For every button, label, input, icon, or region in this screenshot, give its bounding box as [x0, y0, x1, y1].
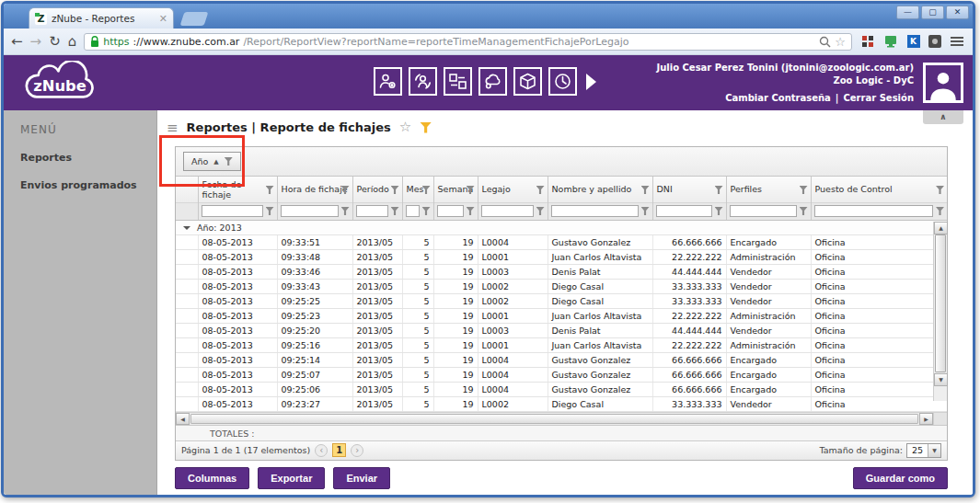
filter-input-mes[interactable] — [406, 205, 420, 217]
table-row[interactable]: 08-05-2013 09:25:23 2013/05 5 19 L0001 J… — [176, 308, 947, 323]
sidebar-item[interactable]: Reportes — [20, 152, 156, 164]
browser-tab[interactable]: Z zNube - Reportes ✕ — [29, 7, 174, 29]
table-row[interactable]: 08-05-2013 09:25:20 2013/05 5 19 L0003 D… — [176, 323, 947, 337]
page-size-select[interactable]: 25 ▼ — [906, 443, 941, 458]
collapse-chevron-icon[interactable] — [183, 226, 190, 230]
address-bar[interactable]: https://www.znube.com.ar/Report/ReportVi… — [84, 33, 852, 51]
scroll-left-icon[interactable]: ◀ — [176, 413, 190, 425]
extension-k-icon[interactable]: K — [905, 34, 921, 50]
filter-input-hora[interactable] — [281, 205, 339, 217]
current-page-button[interactable]: 1 — [332, 443, 346, 457]
col-header-semana[interactable]: Semana — [433, 177, 478, 202]
filter-input-periodo[interactable] — [356, 205, 388, 217]
extension-monitor-icon[interactable] — [882, 34, 898, 50]
filter-input-puesto[interactable] — [814, 205, 934, 217]
filter-apply-icon[interactable] — [536, 207, 545, 215]
group-chip-anio[interactable]: Año ▲ — [183, 152, 241, 171]
filter-input-legajo[interactable] — [481, 205, 534, 217]
save-as-button[interactable]: Guardar como — [853, 467, 948, 489]
data-exchange-icon[interactable] — [444, 67, 472, 96]
column-filter-icon[interactable] — [800, 186, 808, 194]
favorite-star-icon[interactable]: ☆ — [399, 120, 411, 134]
scroll-up-icon[interactable]: ▲ — [934, 222, 948, 234]
reload-button[interactable]: ↻ — [49, 35, 61, 49]
column-filter-icon[interactable] — [715, 186, 723, 194]
column-filter-icon[interactable] — [536, 186, 545, 194]
col-header-puesto[interactable]: Puesto de Control — [811, 177, 947, 202]
table-row[interactable]: 08-05-2013 09:33:43 2013/05 5 19 L0002 D… — [176, 279, 947, 293]
tab-close-icon[interactable]: ✕ — [159, 14, 167, 24]
scroll-right-icon[interactable]: ▶ — [919, 413, 933, 425]
browser-menu-icon[interactable] — [949, 35, 965, 48]
col-header-legajo[interactable]: Legajo — [478, 177, 548, 202]
clock-icon[interactable] — [548, 67, 577, 96]
col-header-dni[interactable]: DNI — [652, 177, 726, 202]
columns-button[interactable]: Columnas — [175, 467, 249, 489]
table-row[interactable]: 08-05-2013 09:25:16 2013/05 5 19 L0001 J… — [176, 337, 947, 352]
export-button[interactable]: Exportar — [258, 467, 325, 489]
user-avatar[interactable] — [923, 63, 963, 103]
filter-apply-icon[interactable] — [266, 207, 274, 215]
column-filter-icon[interactable] — [936, 186, 944, 194]
prev-page-icon[interactable]: ‹ — [315, 444, 328, 457]
panel-menu-icon[interactable]: ≡ — [167, 120, 179, 136]
col-header-mes[interactable]: Mes — [402, 177, 433, 202]
cloud-settings-icon[interactable] — [478, 67, 507, 96]
col-header-perfiles[interactable]: Perfiles — [726, 177, 811, 202]
col-header-periodo[interactable]: Período — [352, 177, 402, 202]
col-header-hora[interactable]: Hora de fichaje — [277, 177, 352, 202]
filter-apply-icon[interactable] — [715, 207, 723, 215]
filter-apply-icon[interactable] — [800, 207, 808, 215]
filter-apply-icon[interactable] — [467, 207, 475, 215]
group-row-anio-2013[interactable]: Año: 2013 — [176, 221, 947, 235]
table-row[interactable]: 08-05-2013 09:25:06 2013/05 5 19 L0004 G… — [176, 382, 947, 396]
zoom-search-icon[interactable] — [819, 36, 831, 48]
user-sync-icon[interactable] — [409, 67, 437, 96]
icons-expand-arrow-icon[interactable] — [586, 74, 596, 90]
col-header-fecha[interactable]: Fecha de fichaje — [198, 177, 277, 202]
table-row[interactable]: 08-05-2013 09:25:07 2013/05 5 19 L0004 G… — [176, 367, 947, 382]
change-password-link[interactable]: Cambiar Contraseña — [725, 93, 831, 103]
header-collapse-tab[interactable]: ∧ — [923, 110, 963, 124]
filter-input-fecha[interactable] — [202, 205, 263, 217]
send-button[interactable]: Enviar — [333, 467, 390, 489]
filter-input-perfiles[interactable] — [730, 205, 797, 217]
extension-bricks-icon[interactable] — [859, 34, 875, 50]
maximize-button[interactable]: ▢ — [921, 6, 944, 19]
home-button[interactable]: ⌂ — [68, 35, 77, 49]
column-filter-icon[interactable] — [641, 186, 650, 194]
report-filter-icon[interactable] — [420, 122, 432, 133]
table-row[interactable]: 08-05-2013 09:23:27 2013/05 5 19 L0002 D… — [176, 396, 947, 411]
next-page-icon[interactable]: › — [351, 444, 363, 457]
filter-apply-icon[interactable] — [391, 207, 399, 215]
table-row[interactable]: 08-05-2013 09:33:48 2013/05 5 19 L0001 J… — [176, 249, 947, 264]
table-row[interactable]: 08-05-2013 09:33:51 2013/05 5 19 L0004 G… — [176, 234, 947, 249]
column-filter-icon[interactable] — [391, 186, 399, 194]
minimize-button[interactable]: — — [896, 6, 919, 19]
horizontal-scroll-thumb[interactable] — [190, 414, 918, 424]
filter-apply-icon[interactable] — [936, 207, 944, 215]
col-header-nombre[interactable]: Nombre y apellido — [548, 177, 652, 202]
package-icon[interactable] — [513, 67, 542, 96]
filter-apply-icon[interactable] — [341, 207, 350, 215]
filter-apply-icon[interactable] — [641, 207, 650, 215]
filter-input-nombre[interactable] — [551, 205, 639, 217]
filter-input-dni[interactable] — [656, 205, 712, 217]
vertical-scroll-thumb[interactable] — [935, 234, 946, 372]
table-row[interactable]: 08-05-2013 09:33:46 2013/05 5 19 L0003 D… — [176, 264, 947, 279]
extension-camera-icon[interactable] — [928, 35, 941, 48]
column-filter-icon[interactable] — [266, 186, 274, 194]
bookmark-star-icon[interactable]: ☆ — [835, 35, 846, 49]
table-row[interactable]: 08-05-2013 09:25:14 2013/05 5 19 L0004 G… — [176, 352, 947, 367]
logout-link[interactable]: Cerrar Sesión — [844, 93, 915, 103]
user-settings-icon[interactable] — [374, 67, 402, 96]
new-tab-button[interactable] — [180, 12, 209, 26]
table-row[interactable]: 08-05-2013 09:25:25 2013/05 5 19 L0002 D… — [176, 293, 947, 308]
filter-apply-icon[interactable] — [422, 207, 431, 215]
close-button[interactable]: ✕ — [946, 6, 969, 19]
group-filter-icon[interactable] — [225, 157, 233, 166]
forward-button[interactable]: → — [30, 35, 42, 49]
back-button[interactable]: ← — [11, 35, 23, 49]
scroll-down-icon[interactable]: ▼ — [934, 373, 948, 386]
filter-input-semana[interactable] — [437, 205, 464, 217]
